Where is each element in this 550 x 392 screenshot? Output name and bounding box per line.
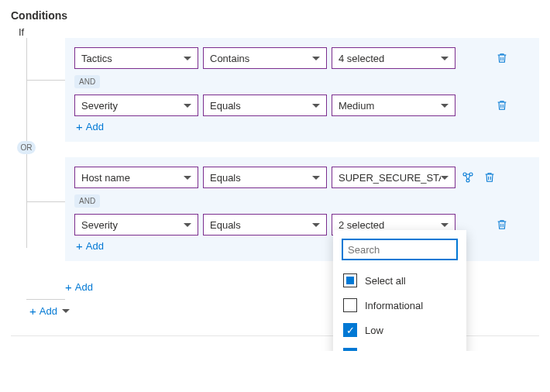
condition-row: Tactics Contains 4 selected	[74, 47, 530, 69]
delete-button[interactable]	[493, 49, 511, 67]
select-value: Contains	[210, 53, 312, 64]
chevron-down-icon	[312, 223, 320, 227]
and-badge: AND	[74, 75, 100, 88]
add-label: Add	[40, 305, 57, 317]
select-value: Equals	[210, 219, 312, 231]
select-value: Tactics	[81, 53, 184, 64]
add-label: Add	[75, 281, 93, 293]
checkbox-icon	[343, 298, 357, 312]
value-select[interactable]: SUPER_SECURE_STATION	[332, 167, 455, 188]
select-value: Severity	[81, 100, 184, 112]
chevron-down-icon	[184, 104, 191, 108]
option-label: Informational	[365, 300, 423, 311]
checkbox-checked-icon	[343, 348, 357, 351]
select-value: Equals	[210, 172, 312, 184]
select-value: Host name	[81, 172, 184, 184]
checkbox-checked-icon	[343, 323, 357, 337]
chevron-down-icon	[312, 176, 320, 180]
connector	[26, 299, 65, 300]
select-value: 2 selected	[339, 219, 441, 231]
select-all-option[interactable]: Select all	[342, 268, 458, 293]
chevron-down-icon	[184, 223, 191, 227]
operator-select[interactable]: Contains	[203, 47, 327, 69]
option-label: Low	[365, 325, 383, 336]
select-value: Severity	[81, 219, 184, 231]
value-select[interactable]: 4 selected	[332, 47, 455, 69]
dropdown-option[interactable]: Low	[342, 318, 458, 342]
dropdown-option[interactable]: Informational	[342, 293, 458, 318]
value-select[interactable]: Medium	[332, 95, 455, 116]
chevron-down-icon	[184, 57, 191, 60]
connector	[26, 201, 65, 202]
chevron-down-icon	[312, 57, 320, 60]
property-select[interactable]: Tactics	[74, 47, 198, 69]
dropdown-search-input[interactable]	[342, 239, 458, 260]
operator-select[interactable]: Equals	[203, 95, 327, 116]
select-value: SUPER_SECURE_STATION	[339, 172, 441, 184]
entity-link-icon[interactable]	[460, 170, 476, 185]
plus-icon: +	[76, 240, 83, 252]
chevron-down-icon	[62, 309, 70, 313]
condition-group: Tactics Contains 4 selected AND Severity…	[65, 38, 539, 142]
option-label: Select all	[365, 275, 406, 287]
dropdown-option[interactable]: Medium	[342, 342, 458, 351]
delete-button[interactable]	[493, 96, 511, 115]
select-value: Equals	[210, 100, 312, 112]
property-select[interactable]: Severity	[74, 95, 198, 116]
chevron-down-icon	[312, 104, 320, 108]
plus-icon: +	[76, 121, 83, 132]
chevron-down-icon	[441, 104, 449, 108]
property-select[interactable]: Severity	[74, 214, 198, 236]
checkbox-indeterminate-icon	[343, 273, 357, 287]
delete-button[interactable]	[493, 215, 511, 234]
or-badge: OR	[17, 141, 36, 154]
select-value: 4 selected	[339, 53, 441, 64]
condition-row: Host name Equals SUPER_SECURE_STATION	[74, 167, 530, 188]
add-condition-button[interactable]: +Add	[74, 116, 105, 137]
connector	[26, 80, 65, 81]
select-value: Medium	[339, 100, 441, 112]
and-badge: AND	[74, 194, 100, 208]
add-group-button[interactable]: +Add	[64, 277, 95, 297]
svg-point-2	[466, 179, 469, 182]
if-label: If	[19, 26, 539, 38]
add-condition-button[interactable]: +Add	[74, 236, 105, 256]
delete-button[interactable]	[480, 168, 499, 187]
chevron-down-icon	[441, 176, 449, 180]
page-title: Conditions	[11, 9, 539, 22]
chevron-down-icon	[441, 223, 449, 227]
chevron-down-icon	[441, 57, 449, 60]
condition-row: Severity Equals Medium	[74, 95, 530, 116]
chevron-down-icon	[184, 176, 191, 180]
condition-group: Host name Equals SUPER_SECURE_STATION AN…	[65, 157, 539, 261]
value-dropdown: Select all Informational Low Medium High	[333, 230, 466, 351]
plus-icon: +	[29, 305, 36, 317]
plus-icon: +	[65, 281, 72, 293]
operator-select[interactable]: Equals	[203, 214, 327, 236]
operator-select[interactable]: Equals	[203, 167, 327, 188]
add-label: Add	[86, 240, 104, 252]
add-label: Add	[86, 121, 104, 132]
property-select[interactable]: Host name	[74, 167, 198, 188]
option-label: Medium	[365, 349, 400, 351]
